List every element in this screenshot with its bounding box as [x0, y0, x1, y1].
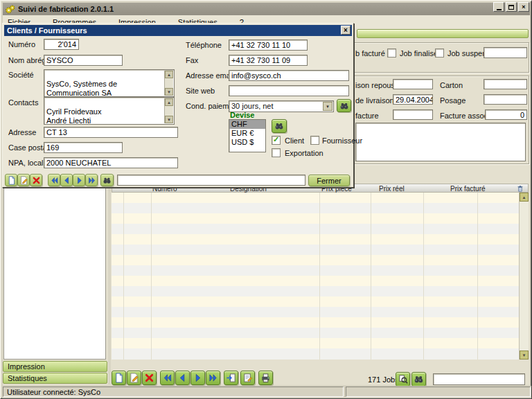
table-row[interactable]	[112, 224, 519, 234]
last-record-icon	[208, 373, 218, 383]
table-row[interactable]	[112, 193, 519, 203]
previous-record-icon	[177, 373, 188, 383]
facture-associee-field[interactable]: 0	[485, 109, 527, 120]
search-client-button[interactable]	[100, 174, 114, 186]
last-client-button[interactable]	[85, 174, 98, 186]
delete-job-button[interactable]	[142, 371, 157, 385]
sidebar-section-statistiques[interactable]: Statistiques	[3, 373, 107, 384]
previous-job-button[interactable]	[175, 371, 190, 385]
jobs-search-input[interactable]	[433, 373, 525, 385]
numero-field[interactable]: 2'014	[44, 39, 79, 50]
scroll-up-icon[interactable]: ▲	[165, 71, 173, 78]
magnifier-document-icon	[398, 374, 408, 384]
societe-textarea[interactable]: SysCo, Systèmes de Communication SA ▲ ▼	[44, 69, 175, 97]
export-job-button[interactable]	[224, 371, 238, 385]
scroll-up-button[interactable]: ▲	[520, 193, 529, 202]
binoculars-icon	[103, 176, 112, 185]
devise-option[interactable]: USD $	[229, 138, 265, 147]
header-prix-reel[interactable]: Prix réel	[379, 185, 405, 193]
contacts-textarea[interactable]: Cyril Froidevaux André Liechti ▲ ▼	[44, 97, 175, 125]
sidebar-section-impression[interactable]: Impression	[3, 361, 107, 372]
delete-client-button[interactable]	[30, 174, 42, 186]
devise-option[interactable]: EUR €	[229, 129, 265, 138]
table-row[interactable]	[112, 317, 519, 328]
client-search-input[interactable]	[117, 175, 305, 186]
scroll-down-icon[interactable]: ▼	[165, 116, 173, 123]
societe-scroll-rail[interactable]: ▲ ▼	[164, 71, 173, 96]
posage-field[interactable]	[484, 94, 527, 105]
next-record-icon	[75, 176, 84, 185]
minimize-button[interactable]	[493, 2, 504, 12]
devise-listbox[interactable]: CHF EUR € USD $	[229, 119, 266, 152]
telephone-field[interactable]: +41 32 730 11 10	[229, 39, 308, 51]
table-row[interactable]	[112, 255, 519, 265]
cond-paiement-search-button[interactable]	[337, 99, 351, 112]
filter-search-button[interactable]	[396, 372, 410, 387]
close-button[interactable]: ×	[518, 2, 529, 12]
date-facture-field[interactable]	[393, 109, 433, 120]
table-row[interactable]	[112, 265, 519, 276]
carton-field[interactable]	[484, 79, 527, 89]
chevron-down-icon[interactable]: ▼	[323, 102, 332, 111]
email-field[interactable]: info@sysco.ch	[229, 70, 349, 81]
new-job-button[interactable]	[112, 371, 126, 385]
edit-job-button[interactable]	[127, 371, 141, 385]
table-row[interactable]	[112, 307, 519, 317]
devise-option[interactable]: CHF	[229, 120, 265, 129]
table-row[interactable]	[112, 296, 519, 307]
contacts-scroll-rail[interactable]: ▲ ▼	[164, 98, 173, 123]
report-job-button[interactable]	[240, 371, 255, 385]
livraison-repoussee-field[interactable]	[393, 79, 433, 89]
print-jobs-button[interactable]	[258, 371, 273, 385]
last-record-icon	[87, 176, 96, 185]
table-row[interactable]	[112, 276, 519, 286]
job-notes-textarea[interactable]	[355, 123, 526, 161]
table-row[interactable]	[112, 213, 519, 224]
table-row[interactable]	[112, 286, 519, 296]
window-titlebar: Suivi de fabrication 2.0.1.1	[3, 3, 530, 15]
exportation-checkbox[interactable]	[272, 148, 281, 157]
edit-client-button[interactable]	[17, 174, 30, 186]
new-document-icon	[114, 373, 124, 383]
cond-paiement-value: 30 jours, net	[231, 102, 274, 110]
job-finalise-checkbox[interactable]	[387, 48, 396, 57]
job-status-field[interactable]	[484, 47, 527, 58]
devise-search-button[interactable]	[272, 119, 287, 133]
table-row[interactable]	[112, 234, 519, 245]
next-client-button[interactable]	[73, 174, 85, 186]
table-row[interactable]	[112, 328, 519, 338]
next-job-button[interactable]	[190, 371, 205, 385]
site-web-field[interactable]	[229, 85, 349, 96]
dialog-close-button[interactable]: ×	[341, 26, 351, 35]
maximize-button[interactable]	[506, 2, 517, 12]
npa-localite-field[interactable]: 2000 NEUCHATEL	[44, 157, 178, 168]
job-suspendu-checkbox[interactable]	[435, 48, 444, 57]
last-job-button[interactable]	[206, 371, 220, 385]
scroll-down-icon[interactable]: ▼	[165, 88, 173, 96]
table-row[interactable]	[112, 245, 519, 255]
job-header-bar[interactable]	[357, 29, 529, 38]
header-prix-facture[interactable]: Prix facturé	[450, 185, 486, 193]
scroll-down-button[interactable]: ▼	[520, 351, 529, 360]
new-client-button[interactable]	[5, 174, 17, 186]
scroll-up-icon[interactable]: ▲	[165, 98, 173, 106]
sidebar-list[interactable]	[3, 187, 106, 360]
table-scrollbar[interactable]: ▲ ▼	[519, 193, 529, 360]
date-livraison-field[interactable]: 29.04.2004	[393, 94, 433, 105]
find-jobs-button[interactable]	[411, 372, 426, 387]
table-row[interactable]	[112, 338, 519, 348]
adresse-field[interactable]: CT 13	[44, 127, 178, 138]
fournisseur-checkbox[interactable]	[310, 136, 319, 145]
fermer-button[interactable]: Fermer	[308, 175, 350, 186]
table-row[interactable]	[112, 203, 519, 213]
first-client-button[interactable]	[48, 174, 60, 186]
first-job-button[interactable]	[160, 371, 175, 385]
nom-abrege-field[interactable]: SYSCO	[44, 55, 123, 66]
previous-client-button[interactable]	[60, 174, 73, 186]
trash-icon[interactable]	[516, 184, 524, 193]
case-postale-field[interactable]: 169	[44, 142, 123, 153]
table-row[interactable]	[112, 348, 519, 359]
client-checkbox[interactable]	[272, 136, 281, 145]
devise-label: Devise	[230, 111, 254, 119]
fax-field[interactable]: +41 32 730 11 09	[229, 55, 308, 66]
